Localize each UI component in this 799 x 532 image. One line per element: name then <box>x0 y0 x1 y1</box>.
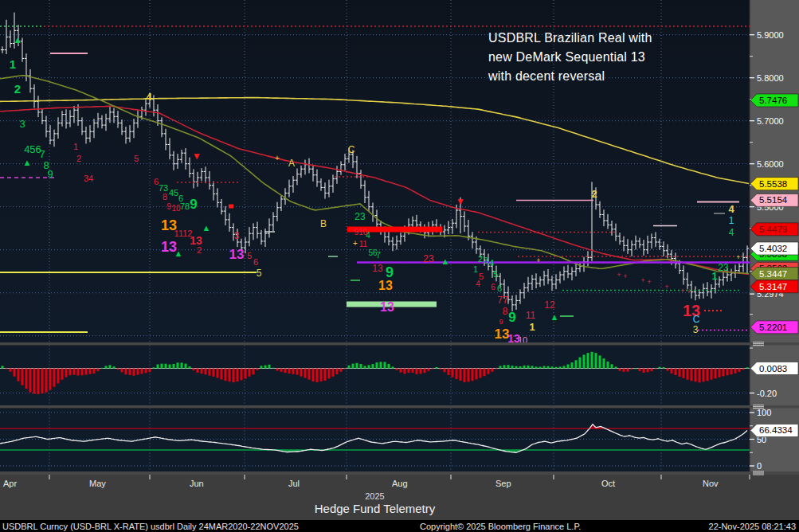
copyright-text: Copyright© 2025 Bloomberg Finance L.P. <box>420 522 581 531</box>
svg-text:+: + <box>687 288 691 295</box>
chart-canvas[interactable]: 1234567891234546734586910789131112131321… <box>0 0 799 532</box>
axis-year-label: 2025 <box>0 491 750 501</box>
svg-text:7: 7 <box>39 148 45 160</box>
svg-text:23: 23 <box>354 211 366 222</box>
month-label-may: May <box>89 479 106 488</box>
svg-text:5.3447: 5.3447 <box>759 269 787 279</box>
svg-text:+: + <box>275 154 280 162</box>
svg-text:5.5538: 5.5538 <box>759 179 787 189</box>
svg-text:34: 34 <box>84 174 93 183</box>
svg-text:12: 12 <box>544 299 555 311</box>
svg-text:5.9000: 5.9000 <box>757 30 784 40</box>
title-line-3: with decent reversal <box>488 67 652 86</box>
security-description: USDBRL Curncy (USD-BRL X-RATE) usdbrl Da… <box>2 522 299 531</box>
svg-text:8: 8 <box>163 192 167 201</box>
svg-text:66.4334: 66.4334 <box>759 425 793 435</box>
svg-text:▲: ▲ <box>441 256 450 266</box>
svg-text:+: + <box>680 287 684 295</box>
svg-text:2: 2 <box>76 154 81 163</box>
svg-text:+: + <box>536 256 540 264</box>
svg-text:11: 11 <box>526 310 536 321</box>
svg-text:+: + <box>736 253 740 261</box>
month-label-oct: Oct <box>601 479 615 488</box>
svg-text:6: 6 <box>497 284 502 293</box>
svg-text:▲: ▲ <box>550 312 559 322</box>
svg-text:78: 78 <box>180 201 190 211</box>
svg-text:1: 1 <box>711 270 717 282</box>
svg-text:2: 2 <box>197 245 202 255</box>
svg-text:C: C <box>348 144 355 155</box>
svg-text:7: 7 <box>376 251 381 260</box>
svg-text:+: + <box>617 271 621 279</box>
month-label-jul: Jul <box>288 479 300 488</box>
rsi-panel[interactable] <box>0 409 750 472</box>
svg-text:1: 1 <box>473 264 478 274</box>
svg-text:9: 9 <box>499 318 503 326</box>
svg-text:11: 11 <box>359 240 368 248</box>
svg-text:1: 1 <box>529 321 535 333</box>
chart-annotation-title: USDBRL Brazilian Real with new DeMark Se… <box>488 29 652 86</box>
svg-text:+: + <box>640 276 644 284</box>
svg-text:5.8000: 5.8000 <box>757 73 784 83</box>
svg-text:5: 5 <box>247 251 252 260</box>
svg-text:2: 2 <box>591 188 597 200</box>
svg-text:▲: ▲ <box>202 223 211 233</box>
svg-text:▲: ▲ <box>23 158 32 167</box>
svg-text:▼: ▼ <box>192 151 202 162</box>
svg-text:1: 1 <box>73 142 78 151</box>
month-label-jun: Jun <box>190 479 204 488</box>
svg-text:9: 9 <box>190 197 197 212</box>
svg-text:5: 5 <box>493 269 498 279</box>
svg-text:▼: ▼ <box>456 196 465 207</box>
svg-text:5.4032: 5.4032 <box>759 244 787 253</box>
svg-text:+: + <box>664 283 668 291</box>
svg-text:13: 13 <box>378 279 393 292</box>
watermark-hedge-fund-telemetry: Hedge Fund Telemetry <box>0 502 750 515</box>
svg-text:1: 1 <box>10 57 16 71</box>
svg-text:77: 77 <box>497 295 508 306</box>
bloomberg-chart-window: 1234567891234546734586910789131112131321… <box>0 0 799 532</box>
price-axis-strip[interactable] <box>750 0 799 475</box>
title-line-2: new DeMark Sequential 13 <box>488 48 652 67</box>
svg-text:5: 5 <box>257 268 262 279</box>
svg-text:23: 23 <box>423 253 434 264</box>
svg-text:+: + <box>647 278 651 286</box>
svg-text:5.3147: 5.3147 <box>759 282 787 291</box>
svg-text:8: 8 <box>503 306 508 317</box>
svg-text:A: A <box>288 158 295 169</box>
svg-text:13: 13 <box>372 263 383 274</box>
svg-text:4: 4 <box>476 280 480 288</box>
svg-text:3: 3 <box>19 118 25 130</box>
timestamp: 22-Nov-2025 08:21:43 <box>709 522 796 531</box>
svg-text:5.4479: 5.4479 <box>759 225 787 234</box>
svg-text:45: 45 <box>169 188 178 198</box>
svg-text:5.5154: 5.5154 <box>759 195 788 205</box>
svg-text:+: + <box>623 272 627 280</box>
svg-text:6: 6 <box>491 283 495 291</box>
svg-text:1: 1 <box>729 215 734 226</box>
status-bar: USDBRL Curncy (USD-BRL X-RATE) usdbrl Da… <box>0 520 799 532</box>
svg-text:B: B <box>320 218 327 229</box>
svg-text:3: 3 <box>234 230 240 241</box>
svg-text:▲: ▲ <box>14 35 22 45</box>
svg-text:4: 4 <box>489 258 494 268</box>
svg-text:-0.20: -0.20 <box>757 389 777 398</box>
svg-text:5.7000: 5.7000 <box>757 116 784 126</box>
svg-text:9: 9 <box>508 310 515 325</box>
svg-text:+: + <box>353 239 358 248</box>
svg-text:4: 4 <box>366 231 370 240</box>
svg-text:5.6000: 5.6000 <box>757 159 784 169</box>
svg-text:0.0083: 0.0083 <box>759 364 787 374</box>
svg-text:3: 3 <box>693 324 699 335</box>
svg-text:2: 2 <box>14 82 21 96</box>
svg-text:13: 13 <box>380 300 394 314</box>
svg-text:23: 23 <box>718 262 729 273</box>
histogram-panel[interactable] <box>0 346 750 406</box>
svg-text:5.7476: 5.7476 <box>759 96 787 105</box>
svg-text:100: 100 <box>757 408 771 417</box>
month-label-sep: Sep <box>495 479 511 488</box>
svg-text:6: 6 <box>253 257 258 267</box>
month-label-apr: Apr <box>3 479 17 488</box>
svg-text:9: 9 <box>166 202 171 211</box>
svg-text:13: 13 <box>229 247 245 262</box>
